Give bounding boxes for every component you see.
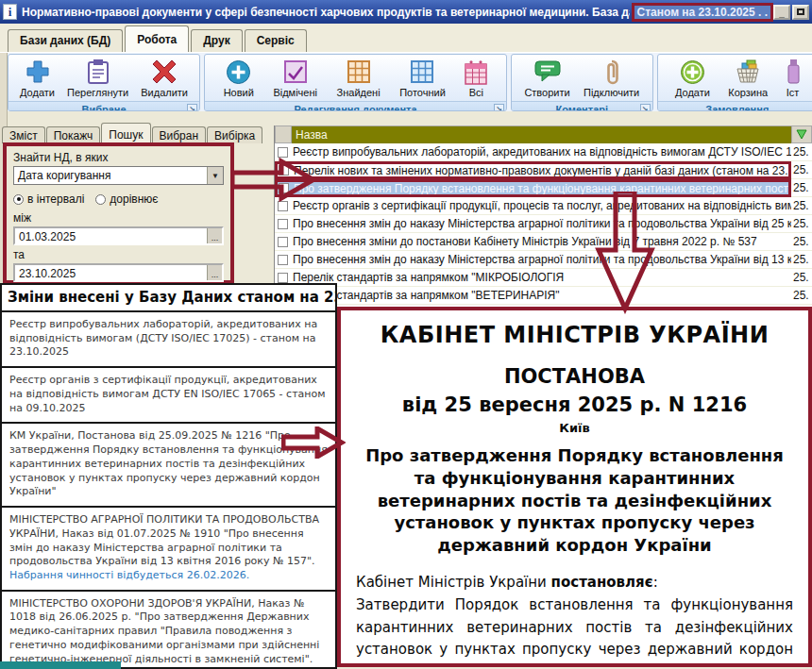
tab-favorites[interactable]: Вибран — [152, 126, 207, 143]
ribbon-group-comments: Створити Підключити Коментарі↘ — [511, 54, 653, 111]
row-title: Про внесення змін до наказу Міністерства… — [293, 253, 791, 266]
tab-print[interactable]: Друк — [191, 29, 242, 52]
table-row[interactable]: Перелік стандартів за напрямком "МІКРОБІ… — [275, 269, 812, 287]
row-checkbox[interactable] — [278, 201, 288, 211]
favorites-add-button[interactable]: Додати — [15, 56, 59, 100]
marked-documents-button[interactable]: Відмічені — [268, 56, 322, 100]
tab-search[interactable]: Пошук — [101, 123, 150, 143]
table-row[interactable]: Про внесення зміни до постанови Кабінету… — [275, 233, 812, 251]
dialog-launcher-icon[interactable]: ↘ — [640, 104, 651, 111]
application-window: i Нормативно-правові документи у сфері б… — [0, 0, 812, 669]
browse-dots-button[interactable]: ... — [207, 228, 222, 243]
selection-highlight-bar — [0, 661, 121, 669]
row-date: 25. — [791, 251, 812, 269]
checkbox-column-header[interactable] — [275, 125, 292, 143]
tab-databases[interactable]: Бази даних (БД) — [8, 29, 123, 52]
document-lead: Кабінет Міністрів України постановляє: — [356, 572, 793, 594]
radio-label: в інтервалі — [27, 192, 84, 206]
table-row[interactable]: Перелік стандартів за напрямком "ВЕТЕРИН… — [275, 287, 812, 305]
group-caption-editing: Редагування документа↘ — [205, 101, 506, 111]
list-item: МІНІСТЕРСТВО ОХОРОНИ ЗДОРОВ'Я УКРАЇНИ, Н… — [2, 592, 335, 669]
tab-selection[interactable]: Вибірка — [207, 126, 262, 143]
favorites-view-button[interactable]: Переглянути — [62, 56, 133, 100]
all-documents-button[interactable]: Всі — [460, 56, 492, 100]
row-checkbox[interactable] — [278, 255, 288, 265]
search-field-dropdown[interactable]: Дата коригування ▼ — [13, 166, 224, 185]
document-city: Київ — [356, 421, 793, 435]
sort-button[interactable] — [791, 125, 812, 143]
changes-panel: Зміни внесені у Базу Даних станом на 23.… — [0, 283, 337, 669]
row-checkbox[interactable] — [279, 183, 289, 193]
all-calendar-icon — [465, 57, 487, 87]
tab-service[interactable]: Сервіс — [245, 29, 307, 52]
button-label: Створити — [524, 87, 569, 99]
create-comment-icon — [534, 57, 561, 87]
button-label: Всі — [469, 87, 483, 99]
date-to-field[interactable]: 23.10.2025 ... — [13, 263, 224, 282]
found-docs-icon — [347, 57, 370, 87]
current-doc-icon — [411, 57, 433, 87]
row-date: 25. — [791, 143, 812, 161]
create-comment-button[interactable]: Створити — [519, 56, 574, 100]
new-document-button[interactable]: Новий — [219, 56, 259, 100]
order-add-button[interactable]: Додати — [670, 56, 715, 100]
row-title: Реєстр органів з сертифікації продукції,… — [293, 199, 791, 212]
date-from-field[interactable]: 01.03.2025 ... — [13, 226, 224, 245]
current-document-button[interactable]: Поточний — [395, 56, 450, 100]
list-item: КМ України, Постанова від 25.09.2025 № 1… — [2, 424, 335, 508]
attach-comment-button[interactable]: Підключити — [579, 56, 644, 100]
tab-contents[interactable]: Зміст — [2, 126, 45, 143]
table-row[interactable]: Реєстр випробувальних лабораторій, акред… — [275, 143, 812, 161]
chevron-down-icon[interactable]: ▼ — [207, 167, 223, 184]
list-header-row: Назва — [275, 125, 812, 143]
date-to-value: 23.10.2025 — [15, 265, 207, 280]
search-field-label: Знайти НД, в яких — [13, 151, 224, 164]
radio-dot-icon — [95, 194, 106, 205]
row-date: 25. — [791, 161, 812, 179]
document-view: КАБІНЕТ МІНІСТРІВ УКРАЇНИ ПОСТАНОВА від … — [337, 307, 812, 667]
dialog-launcher-icon[interactable]: ↘ — [187, 104, 197, 111]
row-checkbox[interactable] — [278, 273, 288, 283]
table-row-selected[interactable]: Про затвердження Порядку встановлення та… — [275, 179, 812, 197]
window-title: Нормативно-правові документи у сфері без… — [22, 6, 630, 19]
new-circle-plus-icon — [226, 57, 251, 87]
tab-index[interactable]: Покажч — [46, 126, 101, 143]
document-list: Назва Реєстр випробувальних лабораторій,… — [274, 125, 812, 314]
row-checkbox[interactable] — [278, 219, 288, 229]
document-title: Про затвердження Порядку встановлення та… — [356, 444, 793, 557]
history-button[interactable]: Іст — [782, 56, 804, 100]
found-documents-button[interactable]: Знайдені — [332, 56, 385, 100]
basket-button[interactable]: Корзина — [723, 56, 772, 100]
button-label: Додати — [675, 87, 710, 99]
row-checkbox[interactable] — [279, 165, 289, 176]
table-row[interactable]: Перелік нових та змінених нормативно-пра… — [275, 161, 812, 179]
table-row[interactable]: Про внесення змін до наказу Міністерства… — [275, 251, 812, 269]
radio-interval[interactable]: в інтервалі — [13, 192, 84, 206]
dialog-launcher-icon[interactable]: ↘ — [494, 104, 504, 111]
effective-date-note: Набрання чинності відбудеться 26.02.2026… — [9, 569, 249, 581]
tab-work[interactable]: Робота — [125, 25, 189, 52]
name-column-header[interactable]: Назва — [292, 125, 791, 143]
menu-tab-strip: Бази даних (БД) Робота Друк Сервіс — [0, 24, 812, 52]
browse-dots-button[interactable]: ... — [207, 265, 222, 280]
list-item: Реєстр органів з сертифікації продукції,… — [2, 368, 335, 424]
table-row[interactable]: Реєстр органів з сертифікації продукції,… — [275, 197, 812, 215]
ribbon-group-orders: Додати Корзина Іст Замовлення — [657, 54, 812, 111]
row-title: Перелік стандартів за напрямком "МІКРОБІ… — [293, 271, 791, 284]
list-item: Реєстр випробувальних лабораторій, акред… — [2, 312, 335, 368]
radio-equals[interactable]: дорівнює — [95, 192, 158, 206]
row-checkbox[interactable] — [278, 237, 288, 247]
row-checkbox[interactable] — [278, 147, 288, 158]
changes-heading: Зміни внесені у Базу Даних станом на 23.… — [2, 285, 335, 312]
favorites-delete-button[interactable]: Видалити — [136, 56, 193, 100]
row-title: Про затвердження Порядку встановлення та… — [294, 182, 788, 195]
button-label: Іст — [787, 87, 800, 99]
maximize-button[interactable] — [792, 5, 809, 20]
history-icon — [787, 57, 800, 87]
table-row[interactable]: Про внесення змін до наказу Міністерства… — [275, 215, 812, 233]
minimize-button[interactable]: _ — [773, 5, 790, 20]
dropdown-value: Дата коригування — [14, 167, 207, 184]
title-bar: i Нормативно-правові документи у сфері б… — [0, 0, 812, 24]
button-label: Поточний — [399, 87, 446, 99]
row-date: 25. — [791, 269, 812, 287]
